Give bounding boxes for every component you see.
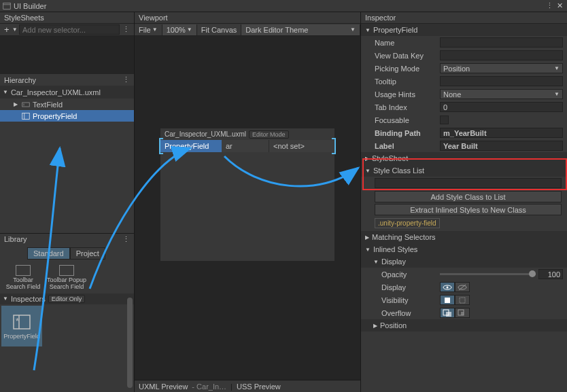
overflow-visible-toggle[interactable] bbox=[440, 308, 455, 318]
canvas-title-bar: Car_Inspector_UXML.uxml Editor Mode bbox=[160, 128, 334, 140]
library-scroll-thumb[interactable] bbox=[127, 298, 133, 388]
inspector-section-styleclasslist[interactable]: ▼Style Class List bbox=[361, 164, 567, 177]
opacity-slider[interactable] bbox=[440, 273, 536, 275]
hierarchy-item-propertyfield[interactable]: PropertyField bbox=[0, 110, 134, 122]
chevron-right-icon[interactable]: ▶ bbox=[14, 101, 19, 107]
style-class-tag[interactable]: .unity-property-field bbox=[375, 218, 440, 228]
display-flex-toggle[interactable] bbox=[440, 282, 455, 292]
viewdatakey-input[interactable] bbox=[440, 50, 563, 60]
name-input[interactable] bbox=[440, 37, 563, 48]
inspector-body: ▼ PropertyField Name View Data Key Picki… bbox=[361, 24, 567, 392]
hierarchy-body: ▼ Car_Inspector_UXML.uxml ▶ TextField Pr… bbox=[0, 86, 134, 233]
visibility-visible-toggle[interactable] bbox=[440, 295, 455, 305]
selection-bracket-right bbox=[332, 138, 336, 154]
title-bar: UI Builder ⋮ ✕ bbox=[0, 0, 567, 12]
add-selector-input[interactable] bbox=[19, 24, 120, 35]
editor-only-badge: Editor Only bbox=[48, 295, 86, 303]
inspector-section-inlined[interactable]: ▼Inlined Styles bbox=[361, 243, 567, 255]
inspector-row-visibility: Visibility bbox=[361, 293, 567, 306]
library-tab-project[interactable]: Project bbox=[70, 247, 105, 260]
uss-preview-tab[interactable]: USS Preview bbox=[237, 382, 281, 391]
hierarchy-menu-icon[interactable]: ⋮ bbox=[122, 75, 130, 84]
bindingpath-input[interactable] bbox=[440, 128, 563, 138]
add-selector-button[interactable]: + bbox=[1, 25, 12, 35]
chevron-right-icon[interactable]: ▶ bbox=[365, 234, 369, 240]
editor-mode-badge: Editor Mode bbox=[249, 130, 289, 139]
viewport-zoom[interactable]: 100%▼ bbox=[162, 24, 197, 35]
opacity-value[interactable]: 100 bbox=[538, 269, 563, 279]
pickingmode-select[interactable]: Position▼ bbox=[440, 63, 563, 73]
chevron-down-icon[interactable]: ▼ bbox=[365, 27, 371, 33]
inspector-row-label: Label bbox=[361, 139, 567, 152]
hierarchy-root[interactable]: ▼ Car_Inspector_UXML.uxml bbox=[0, 86, 134, 99]
canvas-property-row[interactable]: PropertyField ar <not set> bbox=[160, 140, 334, 152]
canvas-field-value[interactable]: <not set> bbox=[269, 140, 334, 152]
uxml-preview-tab[interactable]: UXML Preview bbox=[139, 382, 188, 391]
library-tab-standard[interactable]: Standard bbox=[27, 247, 70, 260]
inspector-row-overflow: Overflow bbox=[361, 306, 567, 319]
viewport-header: Viewport bbox=[135, 12, 360, 24]
library-section-inspectors[interactable]: ▼ Inspectors Editor Only bbox=[0, 293, 134, 304]
library-item-toolbar-popup-search[interactable]: Toolbar Popup Search Field bbox=[46, 265, 87, 291]
selection-bracket-left bbox=[159, 138, 163, 154]
viewport-canvas-area[interactable]: Car_Inspector_UXML.uxml Editor Mode Prop… bbox=[135, 36, 360, 380]
library-item-propertyfield[interactable]: * PropertyField bbox=[1, 306, 42, 346]
svg-rect-16 bbox=[446, 312, 451, 317]
chevron-right-icon[interactable]: ▶ bbox=[365, 156, 369, 162]
canvas-field-label: ar bbox=[222, 140, 269, 152]
uxml-preview-file: - Car_In… bbox=[192, 382, 226, 391]
visibility-hidden-toggle[interactable] bbox=[455, 295, 470, 305]
inspector-row-tooltip: Tooltip bbox=[361, 75, 567, 88]
window-title: UI Builder bbox=[3, 2, 546, 10]
stylesheets-toolbar: + ▼ ⋮ bbox=[0, 24, 134, 36]
extract-styles-button[interactable]: Extract Inlined Styles to New Class bbox=[375, 204, 562, 215]
svg-text:*: * bbox=[16, 317, 19, 326]
inspector-section-display[interactable]: ▼Display bbox=[361, 255, 567, 268]
viewport-file-menu[interactable]: File▼ bbox=[135, 24, 162, 35]
viewport-theme[interactable]: Dark Editor Theme▼ bbox=[241, 24, 360, 35]
inspector-section-stylesheet[interactable]: ▶StyleSheet bbox=[361, 152, 567, 164]
svg-rect-0 bbox=[3, 3, 11, 9]
add-selector-dropdown[interactable]: ▼ bbox=[12, 25, 18, 35]
tabindex-input[interactable] bbox=[440, 102, 563, 112]
chevron-down-icon[interactable]: ▼ bbox=[373, 259, 379, 265]
chevron-down-icon[interactable]: ▼ bbox=[365, 168, 371, 174]
label-input[interactable] bbox=[440, 141, 563, 151]
inspector-row-focusable: Focusable bbox=[361, 113, 567, 126]
stylesheets-menu-icon[interactable]: ⋮ bbox=[120, 25, 133, 34]
library-header: Library ⋮ bbox=[0, 233, 134, 245]
chevron-down-icon[interactable]: ▼ bbox=[365, 247, 371, 253]
inspector-section-position[interactable]: ▶Position bbox=[361, 319, 567, 332]
canvas-frame: Car_Inspector_UXML.uxml Editor Mode Prop… bbox=[160, 128, 334, 261]
usagehints-select[interactable]: None▼ bbox=[440, 89, 563, 99]
tooltip-input[interactable] bbox=[440, 76, 563, 86]
inspector-section-propertyfield[interactable]: ▼ PropertyField bbox=[361, 24, 567, 36]
chevron-right-icon[interactable]: ▶ bbox=[373, 323, 377, 329]
hierarchy-item-textfield[interactable]: ▶ TextField bbox=[0, 99, 134, 110]
add-style-class-button[interactable]: Add Style Class to List bbox=[375, 191, 562, 202]
library-menu-icon[interactable]: ⋮ bbox=[122, 235, 130, 244]
overflow-hidden-toggle[interactable] bbox=[455, 308, 470, 318]
viewport-toolbar: File▼ 100%▼ Fit Canvas Dark Editor Theme… bbox=[135, 24, 360, 36]
viewport-fit-canvas[interactable]: Fit Canvas bbox=[197, 24, 242, 35]
inspector-header: Inspector bbox=[361, 12, 567, 24]
chevron-down-icon[interactable]: ▼ bbox=[3, 89, 8, 95]
inspector-row-display: Display bbox=[361, 281, 567, 293]
library-item-toolbar-search[interactable]: Toolbar Search Field bbox=[3, 265, 44, 291]
inspector-row-name: Name bbox=[361, 36, 567, 49]
window-icon bbox=[3, 2, 11, 10]
window-menu-icon[interactable]: ⋮ bbox=[546, 1, 555, 10]
focusable-checkbox[interactable] bbox=[440, 115, 449, 124]
svg-rect-2 bbox=[22, 103, 30, 107]
slider-thumb[interactable] bbox=[529, 270, 536, 277]
window-close-icon[interactable]: ✕ bbox=[555, 1, 564, 10]
textfield-icon bbox=[22, 101, 30, 109]
svg-point-10 bbox=[447, 286, 449, 288]
styleclass-input[interactable] bbox=[375, 178, 562, 188]
toolbar-popup-search-icon bbox=[59, 265, 74, 276]
chevron-down-icon[interactable]: ▼ bbox=[3, 296, 8, 302]
canvas-property-label[interactable]: PropertyField bbox=[160, 140, 222, 152]
toolbar-search-icon bbox=[16, 265, 31, 276]
display-none-toggle[interactable] bbox=[455, 282, 470, 292]
inspector-section-matching[interactable]: ▶Matching Selectors bbox=[361, 231, 567, 243]
